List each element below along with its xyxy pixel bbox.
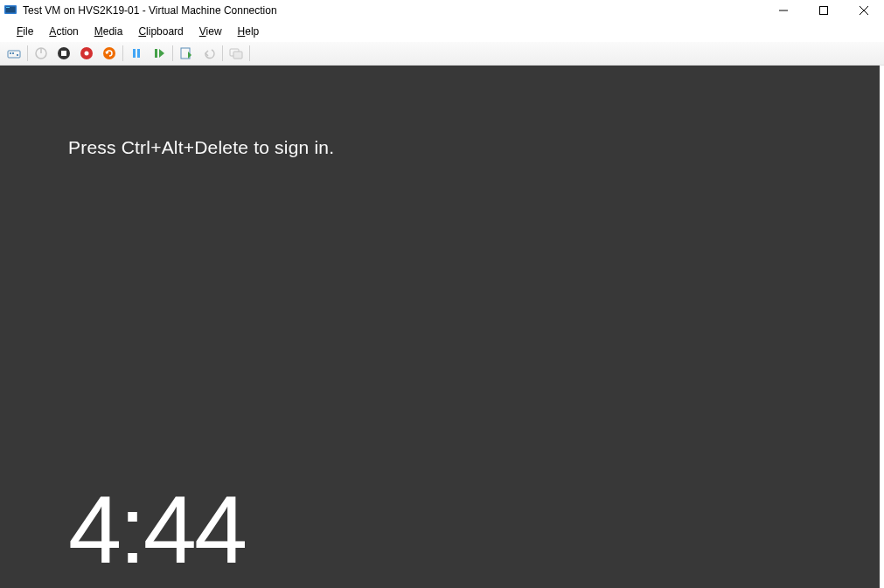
close-button[interactable] xyxy=(844,0,884,21)
svg-rect-20 xyxy=(155,49,157,58)
lock-screen-message: Press Ctrl+Alt+Delete to sign in. xyxy=(68,137,334,158)
ctrl-alt-del-button[interactable] xyxy=(3,43,25,64)
menu-clipboard[interactable]: Clipboard xyxy=(130,23,191,40)
toolbar-separator xyxy=(27,45,28,61)
app-icon xyxy=(3,3,17,19)
menu-bar: File Action Media Clipboard View Help xyxy=(0,21,884,42)
window-controls xyxy=(763,0,884,21)
menu-action[interactable]: Action xyxy=(41,23,86,40)
svg-rect-14 xyxy=(61,51,66,56)
save-button[interactable] xyxy=(75,43,98,64)
lock-screen-clock: 4:44 xyxy=(68,481,245,578)
toolbar-separator xyxy=(222,45,223,61)
svg-rect-8 xyxy=(10,52,11,54)
toolbar-separator xyxy=(249,45,250,61)
turn-off-button[interactable] xyxy=(30,43,52,64)
toolbar-separator xyxy=(172,45,173,61)
revert-button[interactable] xyxy=(198,43,220,64)
menu-view[interactable]: View xyxy=(191,23,230,40)
toolbar-separator xyxy=(122,45,123,61)
svg-rect-2 xyxy=(6,7,10,8)
title-bar: Test VM on HVS2K19-01 - Virtual Machine … xyxy=(0,0,884,21)
svg-rect-23 xyxy=(233,52,242,59)
shut-down-button[interactable] xyxy=(52,43,75,64)
svg-rect-4 xyxy=(820,7,828,15)
maximize-button[interactable] xyxy=(804,0,844,21)
svg-rect-9 xyxy=(12,52,14,54)
menu-media[interactable]: Media xyxy=(87,23,131,40)
svg-rect-19 xyxy=(137,49,140,58)
minimize-button[interactable] xyxy=(763,0,804,21)
svg-rect-18 xyxy=(133,49,136,58)
window-title: Test VM on HVS2K19-01 - Virtual Machine … xyxy=(23,4,277,17)
reset-button[interactable] xyxy=(98,43,121,64)
svg-point-17 xyxy=(103,47,115,59)
enhanced-session-button[interactable] xyxy=(225,43,247,64)
toolbar xyxy=(0,42,884,66)
svg-point-16 xyxy=(85,52,89,56)
menu-help[interactable]: Help xyxy=(230,23,268,40)
start-button[interactable] xyxy=(148,43,171,64)
vm-display[interactable]: Press Ctrl+Alt+Delete to sign in. 4:44 xyxy=(0,66,884,588)
checkpoint-button[interactable] xyxy=(175,43,198,64)
svg-rect-10 xyxy=(17,54,18,56)
title-bar-left: Test VM on HVS2K19-01 - Virtual Machine … xyxy=(3,3,277,19)
menu-file[interactable]: File xyxy=(9,23,41,40)
pause-button[interactable] xyxy=(125,43,148,64)
